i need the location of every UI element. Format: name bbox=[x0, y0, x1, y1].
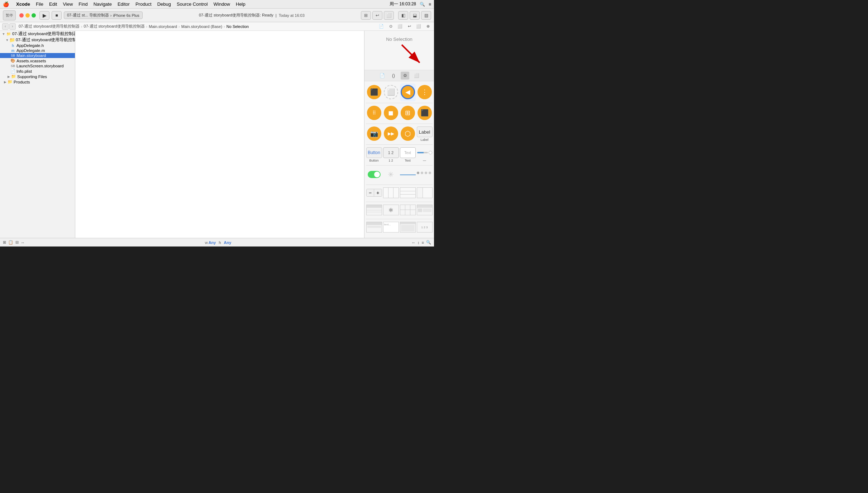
menu-product[interactable]: Product bbox=[135, 1, 152, 7]
sidebar-item-products[interactable]: ▶ 📁 Products bbox=[0, 79, 75, 85]
obj-button[interactable]: Button Button bbox=[366, 146, 382, 164]
history-button[interactable]: ⬜ bbox=[396, 23, 404, 30]
obj-table[interactable] bbox=[400, 186, 416, 200]
obj-3d-view[interactable]: ⬡ bbox=[400, 125, 416, 143]
breadcrumb-1[interactable]: 07-通过 storyboard使用导航控制器 bbox=[19, 24, 80, 29]
statusbar-zoom-icon[interactable]: ↕ bbox=[418, 240, 420, 245]
disclosure-group[interactable]: ▼ bbox=[5, 38, 9, 42]
obj-switch[interactable] bbox=[366, 167, 382, 183]
breadcrumb-5[interactable]: No Selection bbox=[226, 24, 249, 29]
obj-layout[interactable] bbox=[417, 203, 433, 217]
statusbar-icon-4[interactable]: ↔ bbox=[21, 240, 25, 245]
menu-find[interactable]: Find bbox=[78, 1, 87, 7]
obj-view-controller[interactable]: ⬛ bbox=[366, 83, 382, 101]
menubar-search[interactable]: 🔍 bbox=[420, 2, 425, 7]
menu-window[interactable]: Window bbox=[214, 1, 230, 7]
disclosure-products[interactable]: ▶ bbox=[3, 80, 7, 84]
sidebar-item-assets[interactable]: 🎨 Assets.xcassets bbox=[0, 58, 75, 63]
inspector-tab-quick-help[interactable]: () bbox=[389, 72, 398, 80]
menu-debug[interactable]: Debug bbox=[157, 1, 171, 7]
sidebar-item-supporting-files[interactable]: ▶ 📁 Supporting Files bbox=[0, 74, 75, 79]
obj-web-view[interactable]: ⊞ bbox=[400, 104, 416, 122]
obj-label[interactable]: Label Label bbox=[417, 125, 433, 143]
inspector-tab-file[interactable]: 📄 bbox=[378, 72, 386, 80]
stop-button[interactable]: ■ bbox=[52, 11, 62, 20]
inspector-toggle[interactable]: ▧ bbox=[421, 11, 431, 20]
obj-stepper[interactable]: 1 2 1 2 bbox=[383, 146, 399, 164]
menu-file[interactable]: File bbox=[36, 1, 43, 7]
statusbar-icon-2[interactable]: 📋 bbox=[8, 240, 13, 245]
sidebar-item-info-plist[interactable]: 📄 Info.plist bbox=[0, 68, 75, 74]
menubar-menu-icon[interactable]: ≡ bbox=[429, 2, 431, 7]
obj-columns[interactable] bbox=[383, 186, 399, 200]
pause-button[interactable]: 暂停 bbox=[3, 10, 16, 20]
editor-standard-button[interactable]: ⊞ bbox=[361, 11, 371, 20]
obj-collection-view[interactable]: ⠿ bbox=[366, 104, 382, 122]
traffic-yellow[interactable] bbox=[25, 13, 30, 18]
obj-scroll-view[interactable]: ⬛ bbox=[417, 104, 433, 122]
add-file-button[interactable]: 📄 bbox=[377, 23, 385, 30]
editor-version-button[interactable]: ⬜ bbox=[384, 11, 394, 20]
inspector-tab-attributes[interactable]: ⬜ bbox=[412, 72, 421, 80]
obj-layout2[interactable] bbox=[366, 220, 382, 235]
obj-small[interactable]: 1 2 3 bbox=[417, 220, 433, 235]
traffic-red[interactable] bbox=[19, 13, 24, 18]
menu-editor[interactable]: Editor bbox=[118, 1, 130, 7]
inspector-tab-identity[interactable]: ⚙ bbox=[401, 72, 409, 80]
breadcrumb-2[interactable]: 07-通过 storyboard使用导航控制器 bbox=[84, 24, 145, 29]
breadcrumb-4[interactable]: Main.storyboard (Base) bbox=[181, 24, 222, 29]
obj-separator[interactable] bbox=[400, 167, 416, 183]
obj-nav-item[interactable]: ◀ bbox=[400, 83, 416, 101]
obj-storyboard-ref[interactable]: ⬜ bbox=[383, 83, 399, 101]
menu-xcode[interactable]: Xcode bbox=[16, 1, 30, 7]
obj-activity-indicator[interactable]: ✳ bbox=[383, 167, 399, 183]
breadcrumb-3[interactable]: Main.storyboard bbox=[149, 24, 177, 29]
scheme-selector[interactable]: 07-通过 st... 导航控制器 › iPhone 6s Plus bbox=[64, 11, 143, 19]
menu-help[interactable]: Help bbox=[236, 1, 245, 7]
obj-tab-bar-item[interactable]: ⋮ bbox=[417, 83, 433, 101]
expand-button[interactable]: ⊕ bbox=[424, 23, 432, 30]
editor-area[interactable] bbox=[75, 31, 364, 238]
menu-navigate[interactable]: Navigate bbox=[94, 1, 112, 7]
breadcrumb-back[interactable]: ‹ bbox=[2, 23, 9, 30]
apple-menu[interactable]: 🍎 bbox=[3, 1, 9, 7]
obj-textview[interactable]: text... bbox=[383, 220, 399, 235]
obj-camera-view[interactable]: 📷 bbox=[366, 125, 382, 143]
obj-star[interactable]: ✱ bbox=[383, 203, 399, 217]
obj-panel[interactable] bbox=[400, 220, 416, 235]
sidebar-item-main-storyboard[interactable]: SB Main.storyboard bbox=[0, 53, 75, 58]
obj-split[interactable] bbox=[417, 186, 433, 200]
statusbar-align-icon[interactable]: ↔ bbox=[411, 240, 415, 245]
menu-source-control[interactable]: Source Control bbox=[177, 1, 208, 7]
sidebar-item-appdelegate-h[interactable]: h AppDelegate.h bbox=[0, 43, 75, 48]
back-forward-button[interactable]: ↩ bbox=[405, 23, 413, 30]
obj-media-player[interactable]: ▶▶ bbox=[383, 125, 399, 143]
statusbar-search-icon[interactable]: 🔍 bbox=[426, 240, 431, 245]
obj-stepper2[interactable]: − + bbox=[366, 186, 382, 200]
statusbar-icon-1[interactable]: ⊞ bbox=[3, 240, 6, 245]
jump-bar-button[interactable]: ⬜ bbox=[415, 23, 423, 30]
statusbar-icon-3[interactable]: ⊟ bbox=[15, 240, 19, 245]
navigator-toggle[interactable]: ◧ bbox=[398, 11, 408, 20]
sidebar-item-appdelegate-m[interactable]: m AppDelegate.m bbox=[0, 48, 75, 53]
sidebar-group[interactable]: ▼ 📁 07-通过 storyboard使用导航控制器 bbox=[0, 37, 75, 43]
sidebar-root[interactable]: ▼ 📁 07-通过 storyboard使用导航控制器 bbox=[0, 31, 75, 37]
obj-text-field[interactable]: Text Text bbox=[400, 146, 416, 164]
obj-table2[interactable] bbox=[366, 203, 382, 217]
statusbar-layout-icon[interactable]: ≡ bbox=[422, 240, 424, 245]
obj-grid[interactable] bbox=[400, 203, 416, 217]
related-items-button[interactable]: ⊙ bbox=[387, 23, 395, 30]
breadcrumb-forward[interactable]: › bbox=[9, 23, 16, 30]
debug-toggle[interactable]: ⬓ bbox=[410, 11, 420, 20]
sidebar-item-launch-screen[interactable]: SB LaunchScreen.storyboard bbox=[0, 63, 75, 68]
obj-page-control[interactable] bbox=[417, 167, 433, 183]
run-button[interactable]: ▶ bbox=[39, 11, 49, 20]
editor-assistant-button[interactable]: ↩ bbox=[372, 11, 382, 20]
obj-image-view[interactable]: ◼ bbox=[383, 104, 399, 122]
obj-slider[interactable]: — bbox=[417, 146, 433, 164]
menu-edit[interactable]: Edit bbox=[49, 1, 57, 7]
disclosure-root[interactable]: ▼ bbox=[1, 32, 6, 36]
traffic-green[interactable] bbox=[32, 13, 36, 18]
menu-view[interactable]: View bbox=[63, 1, 73, 7]
disclosure-supporting[interactable]: ▶ bbox=[6, 75, 11, 78]
